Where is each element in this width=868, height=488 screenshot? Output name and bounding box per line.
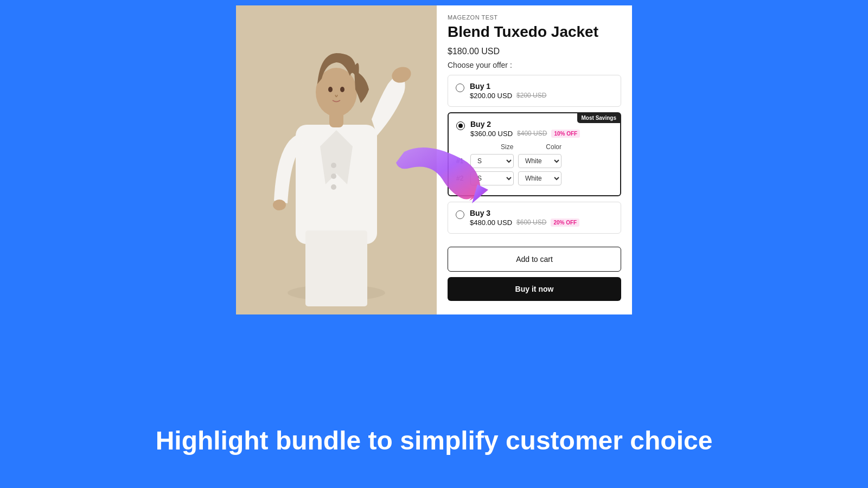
offer-original-buy1: $200 USD — [516, 92, 546, 99]
buy-it-now-button[interactable]: Buy it now — [448, 277, 621, 301]
radio-buy2[interactable] — [456, 121, 465, 130]
offer-original-buy3: $600 USD — [516, 219, 546, 226]
color-select-2[interactable]: White Black Gray — [518, 171, 561, 185]
svg-point-4 — [331, 163, 336, 168]
brand-label: MAGEZON TEST — [448, 14, 621, 21]
size-col-label: Size — [501, 143, 513, 151]
arrow-decoration — [393, 136, 491, 211]
offer-price-buy1: $200.00 USD — [470, 92, 512, 100]
svg-point-5 — [331, 174, 336, 179]
offer-name-buy1: Buy 1 — [470, 82, 613, 91]
add-to-cart-button[interactable]: Add to cart — [448, 247, 621, 272]
svg-point-6 — [331, 184, 336, 190]
radio-buy1[interactable] — [456, 84, 464, 92]
discount-badge-buy2: 10% OFF — [551, 130, 580, 138]
choose-offer-label: Choose your offer : — [448, 61, 621, 69]
offer-original-buy2: $400 USD — [517, 130, 547, 137]
discount-badge-buy3: 20% OFF — [551, 219, 579, 227]
svg-point-8 — [273, 200, 286, 210]
svg-rect-13 — [305, 230, 367, 306]
tagline: Highlight bundle to simplify customer ch… — [0, 426, 868, 455]
color-col-label: Color — [546, 143, 561, 151]
color-select-1[interactable]: White Black Gray — [518, 154, 561, 168]
product-price: $180.00 USD — [448, 47, 621, 56]
offer-card-buy1[interactable]: Buy 1 $200.00 USD $200 USD — [448, 75, 621, 107]
offer-name-buy3: Buy 3 — [470, 209, 613, 217]
most-savings-badge: Most Savings — [577, 113, 621, 123]
svg-point-12 — [340, 87, 344, 92]
svg-point-11 — [328, 87, 333, 92]
product-title: Blend Tuxedo Jacket — [448, 23, 621, 41]
offer-price-buy3: $480.00 USD — [470, 219, 512, 227]
